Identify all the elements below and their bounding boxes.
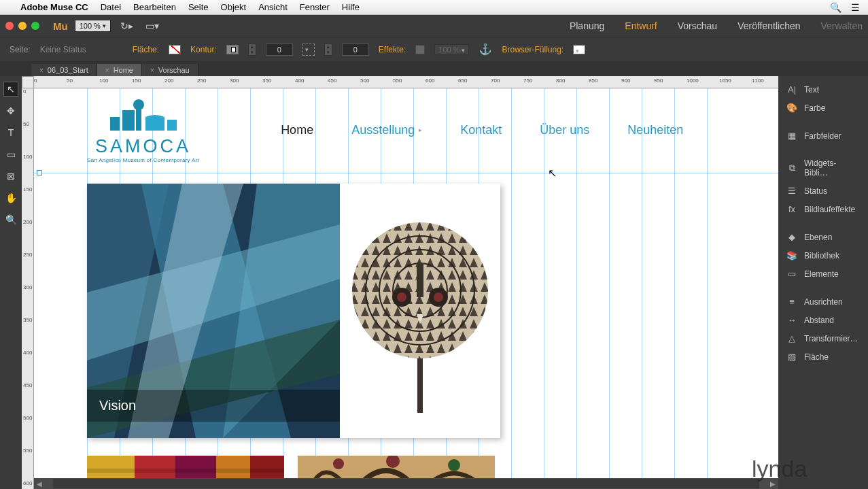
panel-flche[interactable]: ▨Fläche — [778, 348, 868, 366]
zoom-window-button[interactable] — [31, 22, 39, 30]
horizontal-scrollbar[interactable]: ◀ ▶ — [34, 478, 778, 489]
watermark: lynda.com — [752, 456, 857, 482]
panel-icon: ☰ — [786, 186, 797, 196]
panel-farbe[interactable]: 🎨Farbe — [778, 99, 868, 117]
design-canvas[interactable]: SAMOCA San Angelico Museum of Contempora… — [34, 88, 778, 489]
menu-seite[interactable]: Seite — [188, 2, 209, 12]
crop-tool[interactable]: ✥ — [3, 103, 18, 118]
panel-text[interactable]: A|Text — [778, 80, 868, 99]
menu-ansicht[interactable]: Ansicht — [258, 2, 288, 12]
guide-handle[interactable] — [37, 170, 42, 175]
screen-icon[interactable]: ▭▾ — [143, 20, 162, 31]
mode-plan[interactable]: Planung — [570, 20, 604, 31]
zoom-tool[interactable]: 🔍 — [3, 212, 18, 227]
corner-value[interactable]: 0 — [342, 44, 369, 56]
vertical-ruler[interactable]: 050100150200250300350400450500550600650 — [22, 88, 34, 489]
tab-06-03-start[interactable]: ×06_03_Start — [31, 64, 97, 76]
panel-icon: ▭ — [786, 269, 797, 279]
panel-bibliothek[interactable]: 📚Bibliothek — [778, 246, 868, 265]
chevron-down-icon: ▸ — [419, 127, 422, 133]
flaeche-swatch[interactable] — [169, 45, 181, 54]
menu-hilfe[interactable]: Hilfe — [342, 2, 360, 12]
sync-icon[interactable]: ↻▸ — [118, 20, 136, 31]
window-controls — [5, 22, 39, 30]
nav-label: Über uns — [540, 123, 589, 137]
corner-radius-icon[interactable] — [302, 44, 315, 56]
nav-ausstellung[interactable]: Ausstellung▸ — [351, 123, 422, 137]
corner-stepper[interactable]: ▴▾ — [324, 44, 332, 56]
menu-objekt[interactable]: Objekt — [221, 2, 247, 12]
panel-label: Fläche — [804, 352, 829, 362]
panel-farbfelder[interactable]: ▦Farbfelder — [778, 127, 868, 145]
panel-icon: ≡ — [786, 297, 797, 307]
menu-extras-icon[interactable]: ☰ — [851, 2, 860, 13]
workspace: ↖ ✥ T ▭ ⊠ ✋ 🔍 05010015020025030035040045… — [0, 76, 868, 489]
text-tool[interactable]: T — [3, 125, 18, 140]
spotlight-icon[interactable]: 🔍 — [830, 2, 841, 13]
zoom-level-dropdown[interactable]: 100 % — [75, 20, 111, 32]
effekte-opacity[interactable]: 100 % — [434, 44, 469, 55]
panel-label: Bildlaufeffekte — [804, 205, 855, 214]
selection-tool[interactable]: ↖ — [3, 82, 18, 97]
kontur-stepper[interactable]: ▴▾ — [248, 44, 256, 56]
logo-subtitle: San Angelico Museum of Contemporary Art — [87, 157, 199, 163]
menu-datei[interactable]: Datei — [101, 2, 121, 12]
svg-point-2 — [133, 99, 144, 110]
mode-publish[interactable]: Veröffentlichen — [737, 20, 800, 31]
kontur-value[interactable]: 0 — [266, 44, 293, 56]
close-tab-icon[interactable]: × — [150, 67, 154, 74]
tab-home[interactable]: ×Home — [97, 64, 142, 76]
panel-elemente[interactable]: ▭Elemente — [778, 265, 868, 283]
svg-point-21 — [434, 292, 443, 302]
panel-ebenen[interactable]: ◆Ebenen — [778, 228, 868, 246]
horizontal-ruler[interactable]: 0501001502002503003504004505005506006507… — [34, 76, 778, 88]
rectangle-tool[interactable]: ▭ — [3, 147, 18, 162]
panel-bildlaufeffekte[interactable]: fxBildlaufeffekte — [778, 200, 868, 218]
menu-bearbeiten[interactable]: Bearbeiten — [133, 2, 176, 12]
tab-label: 06_03_Start — [48, 66, 88, 74]
frame-tool[interactable]: ⊠ — [3, 169, 18, 184]
ruler-origin[interactable] — [22, 76, 34, 88]
panel-label: Bibliothek — [804, 251, 839, 260]
hand-tool[interactable]: ✋ — [3, 190, 18, 205]
site-logo[interactable]: SAMOCA San Angelico Museum of Contempora… — [87, 97, 199, 163]
tab-vorschau[interactable]: ×Vorschau — [142, 64, 198, 76]
mode-design[interactable]: Entwurf — [625, 20, 657, 31]
menu-fenster[interactable]: Fenster — [300, 2, 330, 12]
minimize-window-button[interactable] — [18, 22, 27, 30]
scrollbar-track[interactable] — [53, 479, 759, 488]
mode-tabs: Planung Entwurf Vorschau Veröffentlichen… — [570, 20, 863, 31]
nav-neuheiten[interactable]: Neuheiten — [627, 123, 683, 137]
kontur-swatch[interactable] — [226, 45, 239, 54]
close-tab-icon[interactable]: × — [105, 67, 109, 74]
mode-preview[interactable]: Vorschau — [678, 20, 717, 31]
app-name[interactable]: Adobe Muse CC — [20, 2, 88, 12]
logo-name: SAMOCA — [95, 136, 191, 157]
nav-ueber-uns[interactable]: Über uns — [540, 123, 589, 137]
anchor-icon[interactable]: ⚓ — [479, 43, 492, 56]
close-tab-icon[interactable]: × — [39, 67, 44, 74]
app-topbar: Mu 100 % ↻▸ ▭▾ Planung Entwurf Vorschau … — [0, 15, 868, 37]
panel-icon: ▨ — [786, 352, 797, 362]
muse-logo-icon: Mu — [53, 20, 68, 32]
effekte-checkbox[interactable] — [415, 45, 425, 54]
panel-status[interactable]: ☰Status — [778, 182, 868, 200]
mode-manage[interactable]: Verwalten — [821, 20, 863, 31]
nav-label: Ausstellung — [351, 123, 415, 137]
hero-row[interactable]: Vision — [87, 184, 500, 438]
nav-kontakt[interactable]: Kontakt — [460, 123, 502, 137]
panel-ausrichten[interactable]: ≡Ausrichten — [778, 292, 868, 311]
panel-abstand[interactable]: ↔Abstand — [778, 311, 868, 329]
flaeche-label: Fläche: — [133, 45, 159, 54]
nav-home[interactable]: Home — [281, 123, 313, 137]
browser-fill-swatch[interactable] — [573, 45, 585, 54]
scroll-left-icon[interactable]: ◀ — [34, 480, 45, 488]
seite-value[interactable]: Keine Status — [40, 45, 86, 54]
watermark-brand: lynda — [752, 456, 807, 482]
hero-image-left[interactable]: Vision — [87, 184, 340, 438]
close-window-button[interactable] — [5, 22, 14, 30]
panel-label: Elemente — [804, 269, 839, 279]
panel-transformier[interactable]: △Transformier… — [778, 329, 868, 348]
hero-image-right[interactable] — [340, 184, 500, 438]
panel-widgetsbibli[interactable]: ⧉Widgets-Bibli… — [778, 154, 868, 182]
